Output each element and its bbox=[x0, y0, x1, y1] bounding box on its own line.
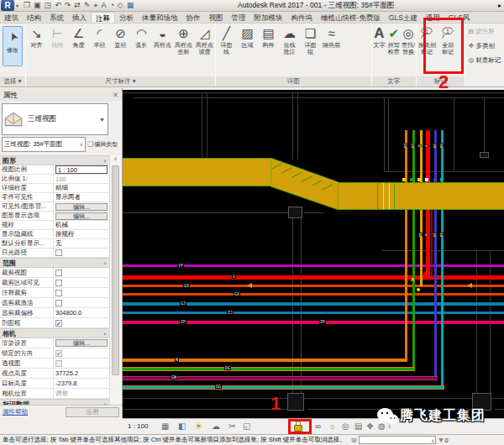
checkbox[interactable] bbox=[55, 270, 62, 276]
shadows-icon[interactable]: ☁ bbox=[212, 421, 220, 432]
checkbox[interactable] bbox=[55, 360, 62, 367]
radial-dimension-button[interactable]: ◜半径 bbox=[89, 25, 110, 55]
close-icon[interactable]: ✕ bbox=[113, 88, 118, 102]
edit-button[interactable]: 编辑... bbox=[55, 203, 108, 211]
tab-插入[interactable]: 插入 bbox=[68, 12, 91, 23]
tab-体量和场地[interactable]: 体量和场地 bbox=[138, 12, 182, 23]
tab-分析[interactable]: 分析 bbox=[115, 12, 138, 23]
spot-slope-button[interactable]: ◿高程点坡度 bbox=[194, 25, 215, 55]
panel-label-select[interactable]: 选择 ▾ bbox=[0, 76, 25, 86]
app-menu-caret[interactable]: ▾ bbox=[16, 3, 18, 8]
properties-scrollbar[interactable]: ∧∨ bbox=[109, 155, 121, 417]
show-crop-region-icon[interactable]: ◱ bbox=[243, 421, 250, 432]
text-button[interactable]: A文字 bbox=[372, 25, 386, 55]
text-icon[interactable]: A bbox=[101, 0, 106, 11]
detail-component-button[interactable]: ▤构件 bbox=[258, 25, 279, 55]
property-value-裁剪区域可见[interactable] bbox=[54, 278, 109, 287]
open-icon[interactable]: ❐ bbox=[24, 0, 30, 11]
property-value-零件可见性[interactable]: 显示两者 bbox=[54, 193, 109, 202]
thin-lines-icon[interactable]: ▦ bbox=[127, 0, 134, 11]
spot-coordinate-button[interactable]: ⊕高程点坐标 bbox=[173, 25, 194, 55]
tab-视图[interactable]: 视图 bbox=[205, 12, 228, 23]
multi-category-tag-button[interactable]: ❖多类别 bbox=[468, 40, 504, 51]
checkbox[interactable]: ✔ bbox=[55, 350, 62, 357]
property-value-远剪裁偏移[interactable]: 304800.0 bbox=[54, 308, 109, 317]
modify-button[interactable]: ➤ 修改 bbox=[3, 26, 23, 66]
property-value-视图比例[interactable]: 1 : 100 bbox=[54, 165, 109, 174]
panel-label-dimension[interactable]: 尺寸标注 ▾ bbox=[26, 76, 215, 86]
arc-length-dimension-button[interactable]: ◠弧长 bbox=[131, 25, 152, 55]
linear-dimension-button[interactable]: ⊢线性 bbox=[47, 25, 68, 55]
filled-region-button[interactable]: ▨区域 bbox=[237, 25, 258, 55]
detail-level-icon[interactable]: ▦ bbox=[161, 421, 169, 432]
section-header-相机[interactable]: 相机⌖ bbox=[0, 328, 109, 338]
measure-icon[interactable]: ⇄ bbox=[74, 0, 81, 11]
insulation-button[interactable]: ≈隔热层 bbox=[321, 25, 342, 55]
save-icon[interactable]: ▣ bbox=[34, 0, 41, 11]
spelling-button[interactable]: ✔拼写检查 bbox=[386, 25, 401, 55]
material-tag-button[interactable]: ◍材质标记 bbox=[468, 55, 504, 65]
property-value-渲染设置[interactable]: 编辑... bbox=[54, 338, 109, 348]
section-icon[interactable]: ◇ bbox=[118, 0, 123, 11]
temporary-hide-isolate-icon[interactable]: ∞ bbox=[315, 421, 321, 432]
tab-附加模块[interactable]: 附加模块 bbox=[250, 12, 287, 23]
temporary-view-properties-icon[interactable]: ◎ bbox=[342, 421, 349, 432]
crop-view-icon[interactable]: ✂ bbox=[228, 421, 235, 432]
show-constraints-icon[interactable]: ❖ bbox=[366, 421, 374, 432]
property-value-相机位置[interactable]: 调整 bbox=[54, 389, 109, 398]
instance-selector[interactable]: 三维视图: 35#平面图∨ bbox=[2, 137, 86, 152]
property-value-裁剪视图[interactable] bbox=[54, 268, 109, 277]
undo-icon[interactable]: ↶ bbox=[55, 0, 61, 11]
tab-橄榄山快模-免费版[interactable]: 橄榄山快模-免费版 bbox=[317, 12, 385, 23]
view-scale[interactable]: 1 : 100 bbox=[128, 422, 148, 430]
tab-注释[interactable]: 注释 bbox=[91, 12, 115, 23]
property-value-默认分析显示...[interactable]: 无 bbox=[54, 239, 109, 248]
visual-style-icon[interactable]: ◧ bbox=[178, 421, 186, 432]
checkbox[interactable]: ✔ bbox=[55, 320, 62, 327]
checkbox[interactable] bbox=[55, 280, 62, 286]
property-value-比例值 1:[interactable]: 100 bbox=[54, 175, 109, 183]
panel-label-text[interactable]: 文字 bbox=[372, 76, 416, 86]
edit-type-button[interactable]: ❑ 编辑类型 bbox=[87, 137, 121, 152]
detail-line-button[interactable]: ╱详图线 bbox=[216, 25, 237, 55]
tab-构件坞[interactable]: 构件坞 bbox=[287, 12, 318, 23]
find-replace-button[interactable]: ◎查找/替换 bbox=[401, 25, 415, 55]
property-value-注释裁剪[interactable] bbox=[54, 288, 109, 297]
property-value-日光路径[interactable] bbox=[54, 249, 109, 257]
property-value-详细程度[interactable]: 精细 bbox=[54, 184, 109, 192]
property-value-可见性/图形替...[interactable]: 编辑... bbox=[54, 202, 109, 211]
apply-button[interactable]: 应用 bbox=[66, 407, 119, 417]
drawing-canvas[interactable]: YFXGXGXGJZJZPZPNDGGNGG2B2B843B3B1B81B3Bʌ bbox=[123, 90, 504, 418]
selection-filter[interactable]: 0 bbox=[438, 437, 448, 444]
property-value-透视图[interactable] bbox=[54, 359, 109, 368]
tab-管理[interactable]: 管理 bbox=[228, 12, 250, 23]
revision-cloud-button[interactable]: ☁云线批注 bbox=[279, 25, 300, 55]
sync-icon[interactable]: ◳ bbox=[45, 0, 52, 11]
checkbox[interactable] bbox=[55, 300, 62, 306]
tab-建筑[interactable]: 建筑 bbox=[0, 12, 23, 23]
aligned-dimension-button[interactable]: ↘对齐 bbox=[26, 25, 47, 55]
tab-GLS土建[interactable]: GLS土建 bbox=[385, 12, 422, 23]
detail-group-button[interactable]: ❏详图组 bbox=[300, 25, 321, 55]
value-input[interactable]: 1 : 100 bbox=[55, 165, 108, 174]
property-value-远剪裁激活[interactable] bbox=[54, 298, 109, 307]
tab-系统[interactable]: 系统 bbox=[45, 12, 68, 23]
default-3d-view-icon[interactable]: ◔ bbox=[109, 0, 113, 11]
panel-label-detail[interactable]: 详图 bbox=[216, 76, 371, 86]
aligned-dimension-icon[interactable]: ✎ bbox=[84, 0, 91, 11]
reveal-hidden-elements-icon[interactable]: ☼ bbox=[328, 421, 336, 432]
property-value-显示隐藏线[interactable]: 按规程 bbox=[54, 230, 109, 238]
edit-button[interactable]: 编辑... bbox=[55, 339, 108, 347]
tab-结构[interactable]: 结构 bbox=[23, 12, 45, 23]
properties-help-link[interactable]: 属性帮助 bbox=[3, 408, 28, 416]
redo-icon[interactable]: ↷ bbox=[65, 0, 71, 11]
tag-icon[interactable]: ⌖ bbox=[93, 0, 97, 11]
spot-elevation-button[interactable]: ◒高程点 bbox=[152, 25, 173, 55]
chevron-down-icon[interactable]: ▼ bbox=[99, 117, 108, 123]
worksharing-display-icon[interactable]: ▤ bbox=[354, 421, 362, 432]
section-header-范围[interactable]: 范围⌖ bbox=[0, 258, 109, 268]
revit-logo[interactable]: R bbox=[1, 0, 14, 11]
property-value-剖面框[interactable]: ✔ bbox=[54, 318, 109, 327]
edit-button[interactable]: 编辑... bbox=[55, 212, 108, 220]
section-header-图形[interactable]: 图形⌖ bbox=[0, 155, 109, 165]
